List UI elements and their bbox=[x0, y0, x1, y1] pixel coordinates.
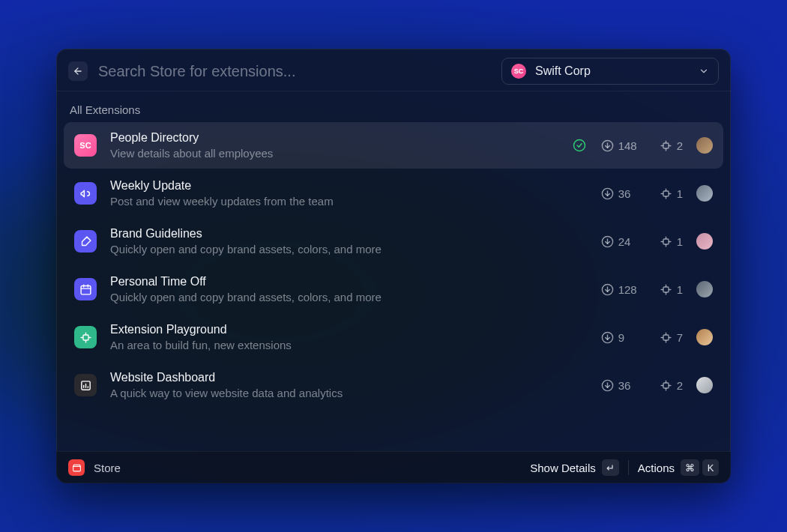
show-details-label: Show Details bbox=[530, 462, 596, 474]
extension-subtitle: A quick way to view website data and ana… bbox=[110, 387, 559, 399]
cmd-key-icon: ⌘ bbox=[681, 459, 699, 476]
commands-meta: 1 bbox=[660, 235, 683, 248]
extension-subtitle: View details about all employees bbox=[110, 147, 559, 160]
extension-icon bbox=[74, 374, 97, 396]
downloads-count: 128 bbox=[618, 283, 637, 296]
commands-icon bbox=[660, 187, 672, 200]
extension-title: Brand Guidelines bbox=[110, 227, 559, 241]
extension-list: SCPeople DirectoryView details about all… bbox=[56, 122, 731, 451]
extension-icon bbox=[74, 326, 97, 348]
downloads-meta: 128 bbox=[601, 283, 646, 296]
svg-rect-11 bbox=[81, 285, 91, 294]
search-input[interactable] bbox=[98, 63, 491, 80]
commands-icon bbox=[660, 139, 672, 152]
commands-meta: 7 bbox=[660, 331, 683, 344]
extension-row[interactable]: Extension PlaygroundAn area to build fun… bbox=[64, 314, 723, 360]
arrow-left-icon bbox=[73, 66, 83, 76]
author-avatar bbox=[696, 137, 713, 154]
commands-count: 1 bbox=[677, 283, 683, 296]
commands-count: 2 bbox=[677, 139, 683, 152]
extension-row[interactable]: Weekly UpdatePost and view weekly update… bbox=[64, 170, 723, 217]
author-avatar bbox=[696, 329, 713, 345]
extension-store-panel: SC Swift Corp All Extensions SCPeople Di… bbox=[56, 49, 731, 483]
org-name: Swift Corp bbox=[535, 64, 591, 78]
store-icon bbox=[68, 459, 85, 476]
extension-title: People Directory bbox=[110, 131, 559, 145]
extension-row[interactable]: SCPeople DirectoryView details about all… bbox=[64, 122, 723, 169]
downloads-meta: 148 bbox=[601, 139, 646, 152]
footer: Store Show Details ↵ Actions ⌘ K bbox=[56, 451, 731, 483]
store-label: Store bbox=[94, 462, 121, 474]
chevron-down-icon bbox=[699, 66, 709, 76]
svg-rect-29 bbox=[73, 466, 80, 471]
commands-icon bbox=[660, 283, 672, 296]
commands-count: 1 bbox=[677, 187, 683, 200]
commands-count: 2 bbox=[677, 379, 683, 392]
separator bbox=[628, 460, 629, 475]
back-button[interactable] bbox=[68, 61, 88, 81]
downloads-meta: 9 bbox=[601, 331, 646, 344]
extension-icon bbox=[74, 182, 97, 205]
k-key-icon: K bbox=[702, 459, 719, 476]
author-avatar bbox=[696, 185, 713, 202]
extension-icon: SC bbox=[74, 134, 97, 157]
author-avatar bbox=[696, 233, 713, 250]
extension-row[interactable]: Personal Time OffQuickly open and copy b… bbox=[64, 266, 723, 312]
extension-title: Weekly Update bbox=[110, 179, 559, 193]
commands-count: 1 bbox=[677, 235, 683, 248]
downloads-count: 36 bbox=[618, 187, 631, 200]
extension-icon bbox=[74, 230, 97, 253]
svg-rect-21 bbox=[663, 334, 669, 339]
commands-icon bbox=[660, 235, 672, 248]
extension-row[interactable]: Brand GuidelinesQuickly open and copy br… bbox=[64, 218, 723, 265]
downloads-count: 9 bbox=[618, 331, 624, 344]
svg-rect-18 bbox=[82, 334, 88, 339]
commands-meta: 1 bbox=[660, 283, 683, 296]
download-icon bbox=[601, 283, 614, 296]
extension-text: People DirectoryView details about all e… bbox=[110, 131, 559, 160]
svg-rect-4 bbox=[663, 142, 669, 148]
extension-text: Extension PlaygroundAn area to build fun… bbox=[110, 323, 559, 351]
installed-check-icon bbox=[573, 139, 586, 152]
show-details-button[interactable]: Show Details ↵ bbox=[530, 459, 619, 476]
header: SC Swift Corp bbox=[56, 49, 731, 91]
downloads-meta: 36 bbox=[601, 187, 646, 200]
actions-label: Actions bbox=[638, 462, 675, 474]
downloads-meta: 36 bbox=[601, 379, 646, 392]
extension-subtitle: An area to build fun, new extensions bbox=[110, 339, 559, 351]
svg-rect-28 bbox=[663, 382, 669, 387]
download-icon bbox=[601, 331, 614, 344]
author-avatar bbox=[696, 377, 713, 393]
downloads-count: 36 bbox=[618, 379, 631, 392]
org-initials: SC bbox=[79, 141, 91, 150]
extension-text: Weekly UpdatePost and view weekly update… bbox=[110, 179, 559, 208]
extension-title: Personal Time Off bbox=[110, 275, 559, 288]
extension-subtitle: Quickly open and copy brand assets, colo… bbox=[110, 291, 559, 303]
author-avatar bbox=[696, 281, 713, 297]
commands-meta: 2 bbox=[660, 379, 683, 392]
svg-rect-17 bbox=[663, 286, 669, 291]
extension-subtitle: Quickly open and copy brand assets, colo… bbox=[110, 243, 559, 256]
installed-indicator bbox=[573, 139, 588, 152]
enter-key-icon: ↵ bbox=[602, 459, 619, 476]
extension-text: Brand GuidelinesQuickly open and copy br… bbox=[110, 227, 559, 256]
svg-rect-7 bbox=[663, 190, 669, 196]
extension-row[interactable]: Website DashboardA quick way to view web… bbox=[64, 362, 723, 408]
extension-title: Extension Playground bbox=[110, 323, 559, 336]
extension-icon bbox=[74, 278, 97, 300]
commands-meta: 2 bbox=[660, 139, 683, 152]
actions-button[interactable]: Actions ⌘ K bbox=[638, 459, 719, 476]
extension-subtitle: Post and view weekly updates from the te… bbox=[110, 195, 559, 208]
org-picker[interactable]: SC Swift Corp bbox=[501, 58, 719, 85]
commands-icon bbox=[660, 379, 672, 392]
extension-text: Personal Time OffQuickly open and copy b… bbox=[110, 275, 559, 303]
commands-icon bbox=[660, 331, 672, 344]
commands-count: 7 bbox=[677, 331, 683, 344]
extension-title: Website Dashboard bbox=[110, 371, 559, 384]
download-icon bbox=[601, 379, 614, 392]
svg-point-1 bbox=[573, 140, 585, 151]
download-icon bbox=[601, 187, 614, 200]
commands-meta: 1 bbox=[660, 187, 683, 200]
svg-rect-10 bbox=[663, 238, 669, 244]
actions-shortcut: ⌘ K bbox=[681, 459, 719, 476]
